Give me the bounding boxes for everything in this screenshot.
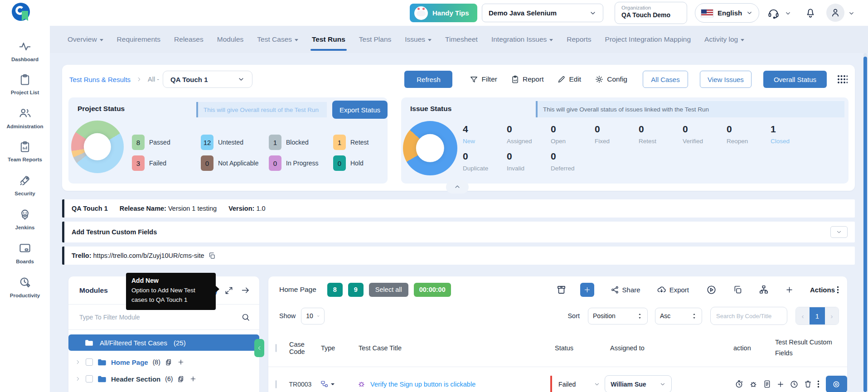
all-filtered-test-cases-row[interactable]: All/Filtered Test Cases (25) — [68, 334, 259, 351]
module-checkbox[interactable] — [86, 375, 93, 382]
language-selector[interactable]: English — [695, 3, 759, 23]
custom-fields-toggle-button[interactable] — [830, 226, 848, 238]
scrollbar-thumb[interactable] — [863, 57, 867, 392]
config-button[interactable]: Config — [595, 75, 627, 84]
test-run-selector-value: QA Touch 1 — [170, 76, 208, 83]
select-all-button[interactable]: Select all — [369, 283, 408, 297]
handy-tips-button[interactable]: Handy Tips — [410, 4, 477, 22]
assignee-select[interactable]: William Sue — [605, 375, 672, 392]
copy-cases-icon[interactable]: 1 — [177, 375, 185, 383]
nav-issues[interactable]: Issues — [398, 26, 438, 53]
user-avatar[interactable] — [826, 4, 844, 22]
chevron-right-icon[interactable] — [75, 359, 81, 365]
add-case-icon[interactable] — [189, 375, 197, 382]
sidebar-item-project-list[interactable]: Project List — [11, 73, 39, 95]
overall-status-button[interactable]: Overall Status — [763, 71, 827, 88]
apps-grid-icon[interactable] — [837, 74, 848, 84]
row-checkbox[interactable] — [276, 380, 276, 388]
sidebar-item-productivity[interactable]: Productivity — [10, 276, 40, 298]
timer-display[interactable]: 00:00:00 — [414, 283, 451, 297]
case-type-selector[interactable] — [320, 380, 357, 389]
add-icon[interactable] — [785, 286, 794, 294]
share-button[interactable]: Share — [611, 286, 640, 294]
sidebar-item-security[interactable]: Security — [15, 174, 35, 196]
sidebar-item-dashboard[interactable]: Dashboard — [11, 39, 39, 62]
nav-timesheet[interactable]: Timesheet — [438, 26, 485, 53]
nav-reports[interactable]: Reports — [560, 26, 598, 53]
sort-field-select[interactable]: Position — [588, 308, 648, 324]
page-size-select[interactable]: 10 — [301, 308, 325, 324]
sidebar-item-jenkins[interactable]: Jenkins — [15, 208, 35, 230]
gear-icon — [595, 75, 604, 84]
notifications-bell-icon[interactable] — [805, 7, 816, 19]
copy-icon[interactable] — [208, 252, 216, 260]
all-cases-button[interactable]: All Cases — [643, 71, 688, 88]
sitemap-icon[interactable] — [759, 285, 769, 295]
expand-icon[interactable] — [224, 286, 233, 295]
add-case-icon[interactable] — [177, 358, 184, 366]
sidebar-item-team-reports[interactable]: Team Reports — [8, 140, 42, 162]
copy-cases-icon[interactable]: 1 — [165, 358, 173, 366]
report-button[interactable]: Report — [511, 75, 544, 84]
support-chevron-down-icon[interactable] — [785, 10, 791, 17]
module-filter-input[interactable] — [79, 314, 241, 321]
nav-releases[interactable]: Releases — [167, 26, 210, 53]
collapse-summary-button[interactable] — [446, 180, 469, 194]
current-page[interactable]: 1 — [810, 307, 825, 324]
status-dropdown-icon[interactable] — [594, 381, 600, 387]
search-icon[interactable] — [241, 313, 250, 322]
collapse-modules-handle[interactable] — [254, 339, 264, 357]
nav-test-plans[interactable]: Test Plans — [352, 26, 398, 53]
trello-url[interactable]: https://trello.com/b/Zuyj10UR/cms-site — [93, 252, 204, 259]
actions-menu-button[interactable]: Actions — [810, 286, 839, 294]
arrow-right-icon[interactable] — [241, 286, 250, 295]
next-page-button[interactable]: › — [825, 307, 839, 324]
refresh-button[interactable]: Refresh — [404, 71, 452, 88]
nav-activity-log[interactable]: Activity log — [698, 26, 751, 53]
nav-requirements[interactable]: Requirements — [110, 26, 168, 53]
qatouch-logo[interactable] — [12, 3, 32, 23]
nav-test-runs[interactable]: Test Runs — [305, 26, 352, 53]
row-kebab-menu-icon[interactable] — [817, 380, 820, 388]
export-status-button[interactable]: Export Status — [332, 101, 388, 119]
view-result-button[interactable] — [826, 376, 847, 392]
nav-test-cases[interactable]: Test Cases — [250, 26, 305, 53]
case-search-input[interactable] — [710, 307, 787, 325]
nav-overview[interactable]: Overview — [61, 26, 110, 53]
copy-icon[interactable] — [733, 285, 742, 295]
account-chevron-down-icon[interactable] — [848, 10, 855, 17]
chevron-right-icon[interactable] — [75, 376, 81, 382]
select-all-checkbox[interactable] — [276, 344, 276, 352]
filter-button[interactable]: Filter — [470, 75, 497, 84]
module-label[interactable]: Home Page — [111, 358, 148, 366]
nav-project-integration-mapping[interactable]: Project Integration Mapping — [598, 26, 698, 53]
organization-box[interactable]: Organization QA Touch Demo — [615, 2, 687, 24]
add-result-icon[interactable] — [776, 380, 785, 388]
add-test-case-button[interactable] — [580, 283, 594, 297]
edit-button[interactable]: Edit — [557, 75, 581, 84]
module-label[interactable]: Header Section — [111, 375, 160, 383]
project-selector[interactable]: Demo Java Selenium — [482, 4, 603, 22]
module-checkbox[interactable] — [86, 358, 93, 366]
clock-history-icon[interactable] — [790, 380, 799, 389]
bug-report-icon[interactable] — [749, 380, 758, 389]
prev-page-button[interactable]: ‹ — [796, 307, 810, 324]
nav-modules[interactable]: Modules — [210, 26, 251, 53]
nav-integration-issues[interactable]: Integration Issues — [485, 26, 560, 53]
play-circle-icon[interactable] — [706, 285, 717, 295]
view-issues-button[interactable]: View Issues — [700, 71, 752, 88]
custom-fields-bar: Add Testrun Custom Fields — [62, 222, 855, 242]
test-run-selector[interactable]: QA Touch 1 — [163, 71, 252, 88]
timer-icon[interactable] — [734, 379, 744, 389]
archive-box-icon[interactable] — [556, 285, 567, 295]
sidebar-item-administration[interactable]: Administration — [6, 106, 43, 129]
note-document-icon[interactable] — [763, 380, 771, 388]
sort-direction-select[interactable]: Asc — [655, 308, 702, 324]
breadcrumb-test-runs-link[interactable]: Test Runs & Results — [69, 76, 131, 83]
support-headset-icon[interactable] — [767, 7, 780, 19]
trash-icon[interactable] — [804, 380, 812, 388]
list-controls-row: Show 10 Sort Position Asc ‹ 1 › — [268, 303, 847, 329]
sidebar-item-boards[interactable]: Boards — [16, 242, 34, 264]
export-button[interactable]: Export — [657, 285, 689, 295]
test-case-title-link[interactable]: Verify the Sign up button is clickable — [370, 381, 475, 388]
